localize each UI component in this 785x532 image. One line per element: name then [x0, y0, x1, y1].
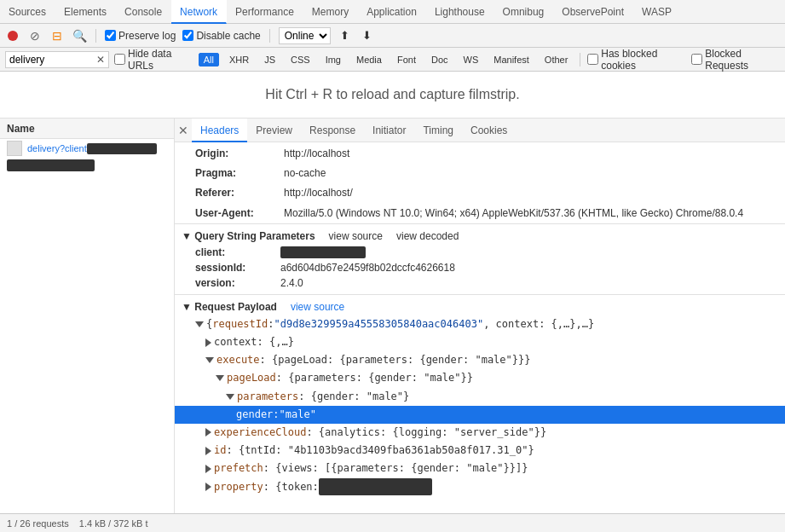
hide-data-urls-input[interactable] — [114, 54, 125, 65]
expand-icon[interactable] — [205, 465, 211, 473]
referer-row: Referer: http://localhost/ — [175, 183, 785, 203]
filter-separator — [580, 53, 580, 66]
tree-row: {requestId: "d9d8e329959a45558305840aac0… — [175, 315, 785, 333]
expand-icon[interactable] — [216, 375, 224, 381]
download-icon[interactable]: ⬇ — [360, 28, 375, 43]
preserve-log-checkbox[interactable]: Preserve log — [105, 30, 176, 42]
payload-label: ▼ Request Payload — [182, 301, 277, 313]
hide-data-urls-checkbox[interactable]: Hide data URLs — [114, 48, 193, 72]
pragma-row: Pragma: no-cache — [175, 164, 785, 183]
tab-cookies[interactable]: Cookies — [462, 119, 516, 142]
disable-cache-input[interactable] — [182, 30, 193, 41]
tree-row-highlighted: gender: "male" — [175, 406, 785, 424]
tab-network[interactable]: Network — [171, 0, 227, 24]
status-bar: 1 / 26 requests 1.4 kB / 372 kB t — [0, 513, 785, 532]
client-row: client: — [175, 245, 785, 260]
tab-memory[interactable]: Memory — [303, 0, 358, 24]
filter-xhr-button[interactable]: XHR — [224, 53, 254, 66]
tab-application[interactable]: Application — [358, 0, 426, 24]
toolbar-separator-2 — [269, 29, 270, 43]
tab-response[interactable]: Response — [301, 119, 364, 142]
filter-manifest-button[interactable]: Manifest — [488, 53, 534, 66]
filter-doc-button[interactable]: Doc — [426, 53, 453, 66]
filter-media-button[interactable]: Media — [351, 53, 387, 66]
tree-row: experienceCloud: {analytics: {logging: "… — [175, 424, 785, 442]
request-filename: delivery?client — [27, 143, 157, 154]
throttle-select[interactable]: Online — [279, 27, 331, 44]
version-value: 2.4.0 — [280, 277, 303, 289]
record-button[interactable] — [5, 28, 20, 43]
filter-button[interactable]: ⊟ — [49, 28, 65, 43]
filter-all-button[interactable]: All — [199, 53, 219, 66]
blocked-requests-checkbox[interactable]: Blocked Requests — [691, 48, 780, 72]
disable-cache-checkbox[interactable]: Disable cache — [182, 30, 260, 42]
request-thumbnail — [7, 141, 22, 156]
filter-css-button[interactable]: CSS — [286, 53, 315, 66]
tab-console[interactable]: Console — [116, 0, 171, 24]
toolbar-separator-1 — [95, 29, 96, 43]
filter-other-button[interactable]: Other — [540, 53, 574, 66]
user-agent-value: Mozilla/5.0 (Windows NT 10.0; Win64; x64… — [284, 205, 743, 222]
upload-icon[interactable]: ⬆ — [338, 28, 353, 43]
main-area: Name delivery?client ✕ Headers Preview R… — [0, 119, 785, 532]
has-blocked-cookies-label: Has blocked cookies — [601, 48, 686, 72]
search-input[interactable] — [9, 54, 95, 66]
has-blocked-cookies-input[interactable] — [587, 54, 598, 65]
tab-sources[interactable]: Sources — [0, 0, 55, 24]
tab-omnibug[interactable]: Omnibug — [494, 0, 554, 24]
has-blocked-cookies-checkbox[interactable]: Has blocked cookies — [587, 48, 686, 72]
stop-button[interactable]: ⊘ — [27, 28, 43, 43]
tab-timing[interactable]: Timing — [414, 119, 462, 142]
tab-preview[interactable]: Preview — [247, 119, 301, 142]
expand-icon[interactable] — [205, 338, 211, 347]
origin-row: Origin: http://localhost — [175, 142, 785, 164]
search-box: ✕ — [5, 51, 109, 68]
search-button[interactable]: 🔍 — [72, 28, 87, 43]
expand-icon[interactable] — [205, 447, 211, 455]
expand-icon[interactable] — [205, 428, 211, 437]
preserve-log-input[interactable] — [105, 30, 116, 41]
session-row: sessionId: a6d604db67e2459f8b02dccfc4626… — [175, 260, 785, 275]
tree-row: pageLoad: {parameters: {gender: "male"}} — [175, 369, 785, 387]
filter-js-button[interactable]: JS — [259, 53, 280, 66]
view-source-link[interactable]: view source — [329, 230, 383, 242]
tab-headers[interactable]: Headers — [192, 119, 247, 142]
close-detail-button[interactable]: ✕ — [175, 119, 192, 142]
tab-elements[interactable]: Elements — [55, 0, 116, 24]
list-item[interactable]: delivery?client — [0, 139, 174, 158]
filter-toolbar: ✕ Hide data URLs All XHR JS CSS Img Medi… — [0, 48, 785, 72]
expand-icon[interactable] — [195, 321, 204, 327]
request-extra — [0, 158, 174, 173]
origin-label: Origin: — [195, 146, 280, 162]
tab-performance[interactable]: Performance — [227, 0, 303, 24]
network-toolbar: ⊘ ⊟ 🔍 Preserve log Disable cache Online … — [0, 24, 785, 48]
blocked-requests-label: Blocked Requests — [705, 48, 780, 72]
expand-icon[interactable] — [205, 483, 211, 491]
tree-row: prefetch: {views: [{parameters: {gender:… — [175, 460, 785, 477]
version-key: version: — [195, 277, 280, 289]
tab-observepoint[interactable]: ObservePoint — [553, 0, 633, 24]
filter-img-button[interactable]: Img — [320, 53, 346, 66]
referer-label: Referer: — [195, 185, 280, 201]
payload-view-source-link[interactable]: view source — [291, 301, 344, 313]
pragma-label: Pragma: — [195, 165, 280, 182]
clear-search-icon[interactable]: ✕ — [96, 54, 105, 66]
version-row: version: 2.4.0 — [175, 275, 785, 291]
preserve-log-label: Preserve log — [118, 30, 176, 42]
view-decoded-link[interactable]: view decoded — [396, 230, 459, 242]
filter-font-button[interactable]: Font — [392, 53, 421, 66]
blocked-requests-input[interactable] — [691, 54, 702, 65]
tab-wasp[interactable]: WASP — [633, 0, 681, 24]
main-tab-strip: Sources Elements Console Network Perform… — [0, 0, 785, 24]
record-icon — [8, 31, 18, 41]
transfer-size: 1.4 kB / 372 kB t — [79, 518, 148, 529]
session-value: a6d604db67e2459f8b02dccfc4626618 — [280, 262, 455, 274]
expand-icon[interactable] — [205, 357, 214, 363]
tab-initiator[interactable]: Initiator — [364, 119, 414, 142]
filter-ws-button[interactable]: WS — [459, 53, 484, 66]
tree-row: property: {token: — [175, 477, 785, 496]
name-column-header: Name — [0, 119, 174, 139]
expand-icon[interactable] — [226, 394, 234, 400]
tree-row: context: {,…} — [175, 333, 785, 351]
tab-lighthouse[interactable]: Lighthouse — [426, 0, 494, 24]
